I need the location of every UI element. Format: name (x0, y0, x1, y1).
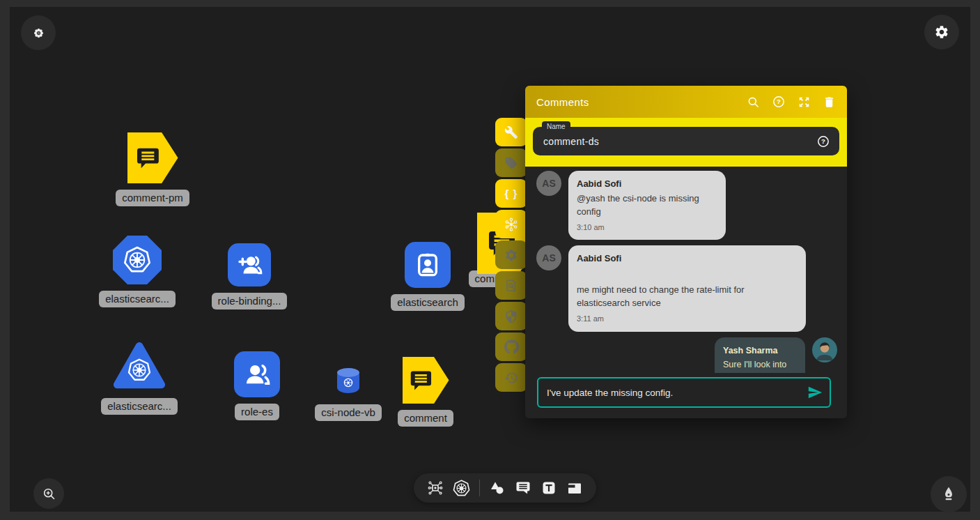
kubernetes-icon (127, 358, 151, 382)
message-list[interactable]: AS Aabid Sofi @yash the csi-node is miss… (525, 167, 847, 373)
name-field[interactable]: Name ? (533, 127, 839, 155)
node-context-toolbar: { } (495, 118, 527, 392)
name-field-label: Name (542, 121, 570, 132)
comments-panel-header[interactable]: Comments ? (525, 86, 847, 118)
github-button[interactable] (495, 332, 527, 361)
history-icon (504, 371, 518, 385)
history-button[interactable] (495, 363, 527, 392)
service-account-badge-icon (414, 251, 442, 279)
node-comment[interactable]: comment (387, 357, 464, 427)
message-author: Aabid Sofi (577, 252, 798, 266)
node-elasticsearch-triangle[interactable]: elasticsearc... (100, 340, 178, 415)
comment-node-shape (127, 132, 178, 183)
node-elasticsearch-octagon[interactable]: elasticsearc... (99, 236, 176, 307)
message-bubble: Aabid Sofi me might need to change the r… (568, 245, 806, 331)
message: AS Aabid Sofi me might need to change th… (536, 245, 837, 331)
flower-icon (32, 26, 45, 40)
node-label: comment-pm (116, 190, 189, 206)
node-label: comment (398, 410, 453, 427)
kubernetes-badge-icon (343, 377, 354, 388)
square-node-shape (405, 242, 451, 288)
chat-bubble-icon (134, 144, 162, 172)
node-comment-pm[interactable]: comment-pm (114, 132, 191, 206)
security-button[interactable] (495, 302, 527, 330)
message-text: @yash the csi-node is missing config (577, 192, 717, 219)
message-author: Aabid Sofi (577, 178, 717, 191)
avatar: AS (536, 171, 561, 196)
zoom-fab[interactable] (33, 478, 64, 509)
gear-icon (934, 24, 949, 40)
avatar-photo (812, 337, 837, 362)
message-bubble: Aabid Sofi @yash the csi-node is missing… (568, 171, 726, 240)
node-csi-node-vb[interactable]: csi-node-vb (309, 368, 387, 421)
send-button[interactable] (807, 385, 823, 400)
settings-button[interactable] (495, 240, 527, 269)
comment-node-shape (403, 357, 449, 404)
node-role-es[interactable]: role-es (218, 351, 296, 420)
square-node-shape (228, 243, 271, 286)
pen-tool-fab[interactable] (931, 476, 967, 512)
kanvas-app: comment-pm elasticsearc... role-binding.… (0, 0, 980, 520)
toolbar-divider (479, 480, 480, 496)
chat-input-box[interactable] (537, 377, 831, 408)
wrench-icon (504, 125, 518, 139)
node-role-binding[interactable]: role-binding... (210, 243, 288, 309)
node-label: role-es (235, 404, 279, 420)
comments-panel: Comments ? (525, 86, 847, 418)
pen-nib-icon (940, 485, 958, 503)
chat-bubble-icon (407, 367, 434, 394)
message-text: me might need to change the rate-limit f… (577, 284, 798, 310)
github-icon (504, 339, 519, 354)
kubernetes-icon (123, 246, 151, 274)
node-label: elasticsearch (391, 294, 465, 311)
triangle-node-shape (113, 340, 166, 392)
inspect-document-button[interactable] (495, 271, 527, 300)
document-search-icon (504, 279, 518, 293)
design-components-icon[interactable] (427, 480, 444, 496)
message: AS Aabid Sofi @yash the csi-node is miss… (536, 171, 837, 240)
kubernetes-icon[interactable] (453, 480, 470, 497)
role-users-icon (242, 360, 272, 389)
node-label: elasticsearc... (99, 291, 176, 307)
shapes-icon[interactable] (489, 480, 506, 496)
role-binding-icon (235, 251, 263, 279)
help-icon[interactable]: ? (772, 95, 786, 109)
note-tool-icon[interactable] (566, 480, 583, 496)
octagon-node-shape (113, 236, 162, 284)
help-icon[interactable]: ? (816, 135, 830, 148)
shape-toolbar (414, 473, 596, 503)
search-icon[interactable] (747, 95, 760, 109)
trash-icon[interactable] (823, 95, 836, 109)
comment-tool-icon[interactable] (515, 480, 531, 496)
message-author: Yash Sharma (723, 344, 797, 357)
text-tool-icon[interactable] (540, 480, 557, 496)
braces-icon: { } (505, 188, 518, 199)
settings-fab[interactable] (924, 15, 959, 49)
expand-icon[interactable] (798, 95, 811, 109)
app-menu-button[interactable] (21, 15, 56, 50)
message-text: Sure I'll look into this (723, 358, 797, 373)
chat-input[interactable] (538, 388, 807, 398)
configure-button[interactable] (495, 118, 527, 146)
node-label: csi-node-vb (315, 404, 382, 421)
square-node-shape (234, 351, 280, 397)
panel-title: Comments (536, 96, 589, 108)
message-time: 3:11 am (577, 314, 798, 325)
mesh-hub-button[interactable] (495, 210, 527, 238)
mesh-hub-icon (504, 217, 519, 232)
json-config-button[interactable]: { } (495, 179, 527, 208)
name-field-section: Name ? (525, 118, 847, 167)
shield-icon (504, 309, 518, 323)
send-icon (807, 385, 823, 400)
design-canvas[interactable]: comment-pm elasticsearc... role-binding.… (10, 7, 970, 512)
node-label: role-binding... (212, 293, 288, 309)
message: Yash Sharma Sure I'll look into this 3:2… (536, 337, 837, 373)
svg-text:?: ? (821, 137, 825, 145)
message-time: 3:10 am (577, 222, 717, 234)
node-elasticsearch-serviceaccount[interactable]: elasticsearch (389, 242, 467, 311)
chat-input-section (525, 373, 847, 418)
gear-icon (504, 248, 518, 262)
name-input[interactable] (542, 135, 816, 148)
svg-text:?: ? (777, 98, 781, 105)
tags-button[interactable] (495, 148, 527, 177)
